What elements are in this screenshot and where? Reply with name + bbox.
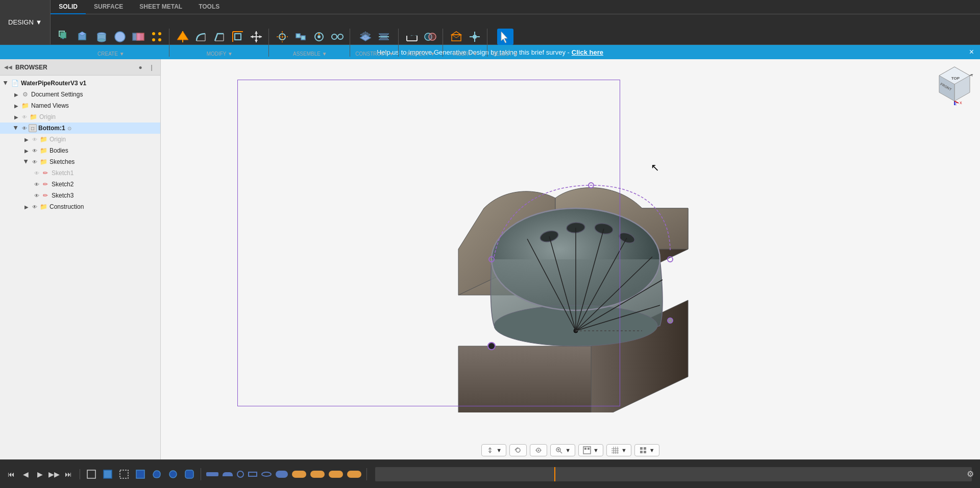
sketch-spline2[interactable] — [310, 471, 325, 478]
interference-icon[interactable] — [422, 29, 438, 45]
sketch-ellipse[interactable] — [261, 472, 272, 477]
view-options-tool[interactable]: ▼ — [634, 444, 659, 456]
tab-solid[interactable]: SOLID — [51, 0, 86, 14]
inspect-label[interactable]: INSPECT ▼ — [407, 51, 435, 57]
drive-icon[interactable] — [311, 29, 327, 45]
b1-origin-arrow[interactable]: ▶ — [22, 135, 31, 143]
step-back-btn[interactable]: ◀ — [20, 469, 31, 479]
timeline[interactable] — [375, 467, 972, 481]
origin-arrow[interactable]: ▶ — [12, 113, 20, 121]
new-component-icon[interactable]: + — [57, 29, 73, 45]
skip-forward-btn[interactable]: ⏭ — [63, 469, 74, 479]
sketch-spline3[interactable] — [329, 471, 343, 478]
sketch-spline[interactable] — [292, 471, 306, 478]
viewport[interactable]: TOP FRONT X Z Y ↖ — [161, 59, 980, 459]
lasso-select-icon[interactable] — [150, 467, 164, 481]
insert-mesh-icon[interactable] — [448, 29, 464, 45]
fillet-icon[interactable] — [193, 29, 209, 45]
b1-origin-eye[interactable]: 👁 — [31, 135, 39, 143]
window-select-icon[interactable] — [84, 467, 99, 481]
cylinder-icon[interactable] — [93, 29, 110, 45]
paint-select-icon[interactable] — [166, 467, 180, 481]
free-select-icon[interactable] — [182, 467, 197, 481]
zoom-tool[interactable]: ▼ — [550, 444, 575, 456]
sketch3-eye[interactable]: 👁 — [33, 191, 41, 200]
combine-icon[interactable] — [130, 29, 146, 45]
sketch-circle[interactable] — [237, 471, 244, 478]
modify-label[interactable]: MODIFY ▼ — [207, 51, 233, 57]
navigation-tool[interactable]: ▼ — [481, 444, 506, 456]
select-label[interactable]: SELECT ▼ — [493, 51, 519, 57]
move-icon[interactable] — [248, 29, 264, 45]
construct-label[interactable]: CONSTRUCT ▼ — [355, 51, 394, 57]
sketches-eye[interactable]: 👁 — [31, 158, 39, 166]
sketch2-eye[interactable]: 👁 — [33, 180, 41, 188]
measure-icon[interactable]: ←→ — [404, 29, 420, 45]
push-pull-icon[interactable] — [175, 29, 191, 45]
orbit-tool[interactable] — [509, 444, 527, 456]
tree-sketch2[interactable]: 👁 ✏ Sketch2 — [0, 179, 160, 190]
pattern-icon[interactable] — [149, 29, 165, 45]
tree-bodies[interactable]: ▶ 👁 📁 Bodies — [0, 145, 160, 156]
bottom1-arrow[interactable]: ▶ — [12, 124, 20, 132]
sketch-rect[interactable] — [248, 472, 257, 477]
root-arrow[interactable]: ▶ — [2, 79, 10, 87]
sketch-spline4[interactable] — [347, 471, 361, 478]
assemble-label[interactable]: ASSEMBLE ▼ — [293, 51, 327, 57]
bodies-eye[interactable]: 👁 — [31, 147, 39, 155]
motion-link-icon[interactable] — [329, 29, 346, 45]
construction-eye[interactable]: 👁 — [31, 203, 39, 211]
tree-sketches[interactable]: ▶ 👁 📁 Sketches — [0, 156, 160, 167]
construction-arrow[interactable]: ▶ — [22, 203, 31, 211]
offset-plane-icon[interactable] — [357, 29, 374, 45]
display-mode-tool[interactable]: ▼ — [578, 444, 603, 456]
settings-gear-icon[interactable]: ⚙ — [967, 469, 974, 479]
browser-collapse[interactable]: ◀◀ — [4, 64, 12, 70]
browser-settings-icon[interactable]: ● — [136, 63, 145, 72]
tree-named-views[interactable]: ▶ 📁 Named Views — [0, 100, 160, 111]
insert-label[interactable]: INSERT ▼ — [453, 51, 478, 57]
select-icon[interactable] — [497, 29, 513, 45]
tree-bottom1[interactable]: ▶ 👁 □ Bottom:1 ⊙ — [0, 123, 160, 134]
skip-back-btn[interactable]: ⏮ — [6, 469, 16, 479]
design-button[interactable]: DESIGN ▼ — [0, 0, 51, 44]
sketch-curve[interactable] — [276, 471, 288, 478]
tab-sheet-metal[interactable]: SHEET METAL — [131, 0, 190, 14]
box-select-icon[interactable] — [133, 467, 148, 481]
look-at-tool[interactable] — [530, 444, 547, 456]
tab-tools[interactable]: TOOLS — [190, 0, 228, 14]
tree-sketch3[interactable]: 👁 ✏ Sketch3 — [0, 190, 160, 201]
bottom1-eye[interactable]: 👁 — [20, 124, 29, 132]
sketches-arrow[interactable]: ▶ — [22, 158, 31, 166]
create-label[interactable]: CREATE ▼ — [97, 51, 125, 57]
browser-pin-icon[interactable]: | — [147, 63, 156, 72]
tree-doc-settings[interactable]: ▶ ⚙ Document Settings — [0, 89, 160, 100]
sketch-arc[interactable] — [223, 472, 233, 476]
chamfer-icon[interactable] — [211, 29, 228, 45]
view-cube[interactable]: TOP FRONT X Z Y — [934, 64, 975, 105]
sketch1-eye[interactable]: 👁 — [33, 169, 41, 177]
joint-icon[interactable] — [274, 29, 290, 45]
scale-icon[interactable] — [230, 29, 246, 45]
box-icon[interactable] — [75, 29, 91, 45]
tree-root[interactable]: ▶ 📄 WaterPipeRouterV3 v1 — [0, 78, 160, 89]
tree-bottom1-origin[interactable]: ▶ 👁 📁 Origin — [0, 134, 160, 145]
tree-sketch1[interactable]: 👁 ✏ Sketch1 — [0, 167, 160, 179]
doc-settings-arrow[interactable]: ▶ — [12, 90, 20, 99]
midplane-icon[interactable] — [376, 29, 392, 45]
cross-select-icon[interactable] — [117, 467, 131, 481]
origin-eye[interactable]: 👁 — [20, 113, 29, 121]
rigid-group-icon[interactable] — [292, 29, 309, 45]
tab-surface[interactable]: SURFACE — [86, 0, 131, 14]
named-views-arrow[interactable]: ▶ — [12, 102, 20, 110]
step-forward-btn[interactable]: ▶▶ — [49, 469, 59, 479]
grid-tool[interactable]: ▼ — [606, 444, 631, 456]
play-btn[interactable]: ▶ — [35, 469, 45, 479]
tree-construction[interactable]: ▶ 👁 📁 Construction — [0, 201, 160, 212]
insert-svg-icon[interactable] — [467, 29, 483, 45]
tree-origin[interactable]: ▶ 👁 📁 Origin — [0, 111, 160, 123]
sketch-line[interactable] — [206, 472, 218, 476]
bodies-arrow[interactable]: ▶ — [22, 147, 31, 155]
solid-select-icon[interactable] — [101, 467, 115, 481]
sphere-icon[interactable] — [112, 29, 128, 45]
